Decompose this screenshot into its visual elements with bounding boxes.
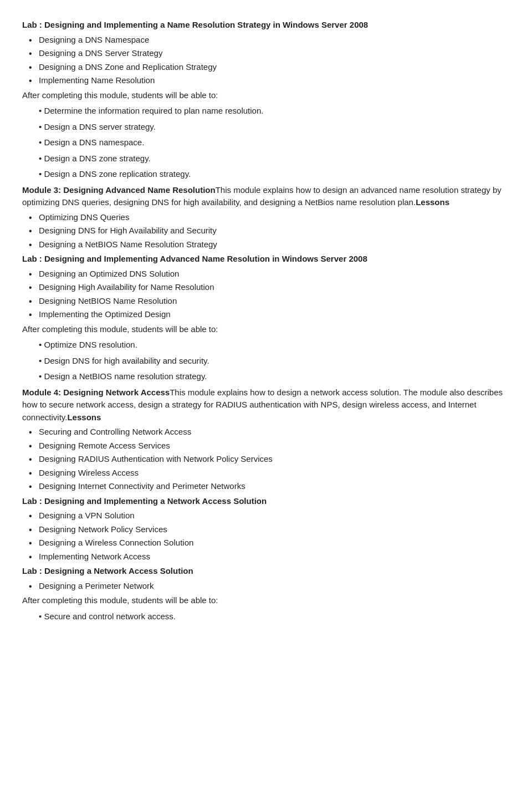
list-item: Designing Internet Connectivity and Peri… — [22, 480, 510, 493]
list-item: Designing Network Policy Services — [22, 523, 510, 536]
module4-lab1-list: Designing a VPN SolutionDesigning Networ… — [22, 510, 510, 563]
module4-after: After completing this module, students w… — [22, 594, 510, 607]
module4-heading-block: Module 4: Designing Network AccessThis m… — [22, 386, 510, 424]
module2-objectives: • Determine the information required to … — [22, 105, 510, 181]
list-item: Implementing the Optimized Design — [22, 308, 510, 321]
module2-lab-section: Lab : Designing and Implementing a Name … — [22, 19, 510, 181]
module4-lessons-label: Lessons — [67, 412, 101, 422]
objective-item: • Design a DNS namespace. — [39, 136, 510, 149]
list-item: Designing High Availability for Name Res… — [22, 281, 510, 294]
objective-item: • Determine the information required to … — [39, 105, 510, 118]
module3-objectives: • Optimize DNS resolution.• Design DNS f… — [22, 339, 510, 383]
objective-item: • Design a DNS zone strategy. — [39, 152, 510, 165]
module4-lessons-list: Securing and Controlling Network AccessD… — [22, 426, 510, 493]
list-item: Securing and Controlling Network Access — [22, 426, 510, 439]
list-item: Implementing Name Resolution — [22, 74, 510, 87]
list-item: Optimizing DNS Queries — [22, 211, 510, 224]
objective-item: • Design a DNS zone replication strategy… — [39, 168, 510, 181]
module2-lab-list: Designing a DNS NamespaceDesigning a DNS… — [22, 34, 510, 87]
module4-lab1-heading: Lab : Designing and Implementing a Netwo… — [22, 495, 510, 508]
list-item: Designing RADIUS Authentication with Net… — [22, 453, 510, 466]
list-item: Designing a DNS Server Strategy — [22, 47, 510, 60]
list-item: Designing a DNS Namespace — [22, 34, 510, 47]
objective-item: • Design a DNS server strategy. — [39, 121, 510, 134]
module3-section: Module 3: Designing Advanced Name Resolu… — [22, 184, 510, 383]
module3-heading-block: Module 3: Designing Advanced Name Resolu… — [22, 184, 510, 209]
module4-section: Module 4: Designing Network AccessThis m… — [22, 386, 510, 623]
list-item: Designing a Wireless Connection Solution — [22, 537, 510, 549]
list-item: Designing a Perimeter Network — [22, 580, 510, 593]
module3-heading: Module 3: Designing Advanced Name Resolu… — [22, 185, 216, 195]
list-item: Designing a NetBIOS Name Resolution Stra… — [22, 238, 510, 251]
module4-heading: Module 4: Designing Network Access — [22, 388, 170, 397]
objective-item: • Optimize DNS resolution. — [39, 339, 510, 351]
module4-lab2-list: Designing a Perimeter Network — [22, 580, 510, 593]
module2-lab-heading: Lab : Designing and Implementing a Name … — [22, 19, 510, 32]
list-item: Designing a DNS Zone and Replication Str… — [22, 61, 510, 74]
objective-item: • Secure and control network access. — [39, 610, 510, 623]
list-item: Designing an Optimized DNS Solution — [22, 268, 510, 281]
list-item: Implementing Network Access — [22, 551, 510, 563]
list-item: Designing Remote Access Services — [22, 440, 510, 452]
list-item: Designing NetBIOS Name Resolution — [22, 295, 510, 308]
list-item: Designing Wireless Access — [22, 467, 510, 480]
list-item: Designing DNS for High Availability and … — [22, 225, 510, 237]
objective-item: • Design DNS for high availability and s… — [39, 355, 510, 368]
module3-lab-heading: Lab : Designing and Implementing Advance… — [22, 253, 510, 266]
module3-lessons-list: Optimizing DNS QueriesDesigning DNS for … — [22, 211, 510, 251]
module3-lessons-label: Lessons — [416, 197, 449, 207]
module4-objectives: • Secure and control network access. — [22, 610, 510, 623]
module2-after: After completing this module, students w… — [22, 89, 510, 102]
module3-lab-list: Designing an Optimized DNS SolutionDesig… — [22, 268, 510, 321]
module4-lab2-heading: Lab : Designing a Network Access Solutio… — [22, 565, 510, 578]
list-item: Designing a VPN Solution — [22, 510, 510, 522]
module3-after: After completing this module, students w… — [22, 323, 510, 336]
objective-item: • Design a NetBIOS name resolution strat… — [39, 370, 510, 383]
